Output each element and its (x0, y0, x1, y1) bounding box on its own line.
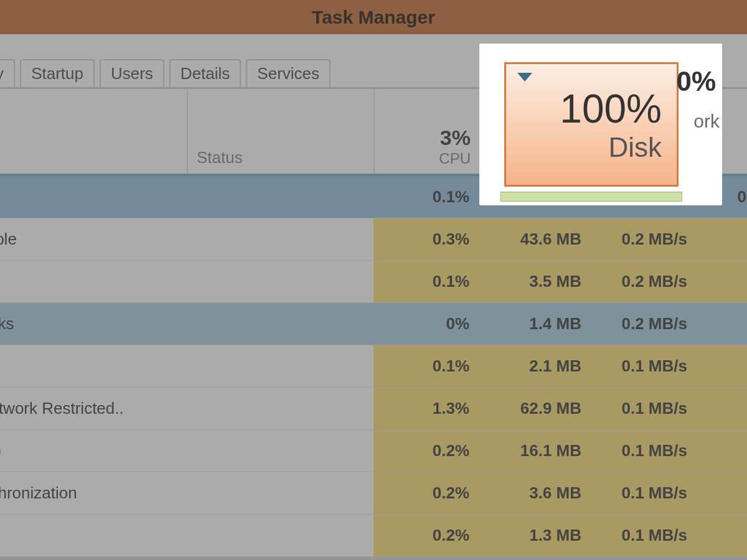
process-cpu: 0.1% (374, 176, 479, 218)
process-status (187, 388, 374, 429)
process-status (187, 515, 374, 556)
process-network: 0 Mbp (697, 388, 747, 429)
titlebar[interactable]: Task Manager – (0, 0, 747, 34)
table-row[interactable]: 0.1%3.5 MB0.2 MB/s0 Mbp (0, 261, 747, 303)
process-status (187, 430, 374, 472)
process-disk: 0.1 MB/s (591, 430, 697, 472)
process-table: 0.1%0.1 MB2.3 MB/s0 Mbpsutable0.3%43.6 M… (0, 176, 747, 557)
process-cpu: 0% (374, 303, 479, 345)
sort-arrow-icon (517, 73, 532, 82)
tab-history[interactable]: ory (0, 59, 15, 87)
process-disk: 0.1 MB/s (591, 472, 697, 514)
process-network: 0 Mbp (697, 218, 747, 260)
table-row[interactable]: (Network Restricted..1.3%62.9 MB0.1 MB/s… (0, 388, 747, 430)
column-header-status[interactable]: Status (187, 89, 374, 174)
tab-services[interactable]: Services (246, 59, 331, 87)
process-status (187, 261, 374, 302)
process-cpu: 0.2% (374, 472, 479, 514)
tab-startup[interactable]: Startup (20, 59, 95, 87)
process-cpu: 0.3% (374, 218, 479, 260)
process-name: bit) (0, 345, 187, 387)
table-row[interactable]: ynchronization0.2%3.6 MB0.1 MB/s0 Mbp (0, 472, 747, 515)
process-network: 0 Mbp (697, 472, 747, 514)
process-disk: 0.2 MB/s (591, 218, 697, 260)
process-status (187, 472, 374, 514)
column-header-cpu[interactable]: 3% CPU (374, 89, 479, 174)
process-memory: 1.4 MB (479, 303, 591, 345)
disk-usage-header-value: 100% (560, 86, 662, 132)
process-cpu: 0.1% (374, 345, 479, 387)
table-row[interactable]: bit)0.1%2.1 MB0.1 MB/s0 Mbp (0, 345, 747, 388)
process-memory: 2.1 MB (479, 345, 591, 387)
process-memory: 43.6 MB (479, 218, 591, 260)
process-cpu: 1.3% (374, 388, 479, 429)
process-disk: 0.1 MB/s (591, 515, 697, 556)
process-network: 0 Mbp (697, 261, 747, 302)
tab-details[interactable]: Details (169, 59, 241, 87)
disk-column-highlight-bar (500, 192, 682, 202)
network-usage-header-value-peek: 0% (676, 66, 716, 97)
process-memory: 62.9 MB (479, 388, 591, 429)
cpu-usage-header-value: 3% (440, 126, 471, 150)
disk-usage-header-label: Disk (608, 132, 662, 163)
process-name: ynchronization (0, 472, 187, 514)
process-cpu: 0.2% (374, 515, 479, 556)
table-row[interactable]: Tasks0%1.4 MB0.2 MB/s0 Mbp (0, 303, 747, 345)
process-name (0, 261, 187, 302)
process-status (187, 176, 374, 218)
process-disk: 0.1 MB/s (591, 388, 697, 429)
column-header-name[interactable] (0, 164, 187, 174)
process-name (0, 176, 187, 218)
process-network: 0 Mbp (697, 345, 747, 387)
network-usage-header-label-peek: ork (693, 111, 720, 132)
process-network: 0 Mbp (697, 515, 747, 556)
process-network: 0 Mbp (697, 303, 747, 345)
process-name: (14) (0, 430, 187, 472)
process-memory: 1.3 MB (479, 515, 591, 556)
process-status (187, 303, 374, 345)
process-network: 0 Mbp (697, 430, 747, 472)
process-status (187, 218, 374, 260)
disk-header-cell[interactable]: 100% Disk (504, 62, 679, 187)
process-disk: 0.2 MB/s (591, 303, 697, 345)
process-name: or (0, 515, 187, 556)
tab-users[interactable]: Users (100, 59, 164, 87)
process-memory: 3.6 MB (479, 472, 591, 514)
disk-header-callout: 100% Disk 0% ork (479, 44, 722, 205)
process-disk: 0.2 MB/s (591, 261, 697, 302)
table-row[interactable]: or0.2%1.3 MB0.1 MB/s0 Mbp (0, 515, 747, 557)
process-cpu: 0.2% (374, 430, 479, 472)
process-status (187, 345, 374, 387)
cpu-usage-header-label: CPU (439, 150, 471, 167)
process-memory: 3.5 MB (479, 261, 591, 302)
process-cpu: 0.1% (374, 261, 479, 302)
process-name: (Network Restricted.. (0, 388, 187, 429)
table-row[interactable]: utable0.3%43.6 MB0.2 MB/s0 Mbp (0, 218, 747, 261)
window-title: Task Manager (312, 7, 435, 28)
process-name: Tasks (0, 303, 187, 345)
process-disk: 0.1 MB/s (591, 345, 697, 387)
process-memory: 16.1 MB (479, 430, 591, 472)
table-row[interactable]: (14)0.2%16.1 MB0.1 MB/s0 Mbp (0, 430, 747, 472)
process-name: utable (0, 218, 187, 260)
